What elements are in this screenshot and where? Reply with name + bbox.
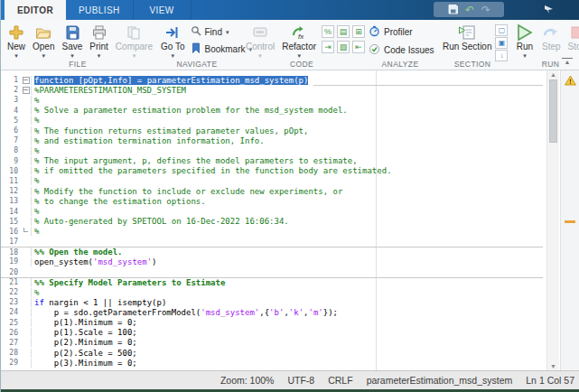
section-break-icon[interactable]: ▢ [495,24,508,36]
code-text[interactable]: open_system('msd_system') [31,257,543,266]
code-text[interactable]: % [31,116,543,125]
code-line[interactable]: 8% [1,145,543,155]
code-text[interactable]: p(1).Scale = 100; [31,328,543,337]
code-text[interactable]: % if omitted the parameters specified in… [31,166,543,175]
code-line[interactable]: 3% [1,95,543,105]
new-button[interactable]: New ▾ [4,23,29,60]
code-text[interactable]: p(2).Scale = 500; [31,349,543,358]
code-line[interactable]: 13% to change the estimation options. [1,196,543,206]
toolstrip-pointer-icon[interactable] [545,5,553,14]
code-text[interactable]: % and estimation termination information… [31,136,543,145]
code-line[interactable]: 20 [1,267,543,277]
save-button[interactable]: Save ▾ [58,23,86,60]
line-number[interactable]: 1 [1,76,21,84]
save-icon[interactable] [447,4,458,16]
redo-icon[interactable]: ↷ [481,5,490,15]
profiler-button[interactable]: Profiler [367,24,436,40]
line-number[interactable]: 25 [1,319,21,327]
code-text[interactable]: % [31,176,543,185]
open-button[interactable]: Open ▾ [29,23,58,60]
line-number[interactable]: 19 [1,257,21,266]
scroll-down-icon[interactable]: ▼ [547,363,559,369]
indent-right-icon[interactable]: ▧ [337,41,350,53]
indent-left-icon[interactable]: ⇤ [352,41,365,53]
line-number[interactable]: 5 [1,117,21,125]
line-number[interactable]: 17 [1,238,21,246]
code-text[interactable]: if nargin < 1 || isempty(p) [31,298,543,307]
line-number[interactable]: 12 [1,187,21,195]
code-line[interactable]: 12% Modify the function to include or ex… [1,186,543,196]
code-line[interactable]: 19open_system('msd_system') [1,257,543,266]
code-text[interactable]: % The function returns estimated paramet… [31,126,543,135]
warning-marker[interactable] [565,220,575,223]
run-section-button[interactable]: Run Section [439,23,495,53]
code-text[interactable]: % Auto-generated by SPETOOL on 16-Dec-20… [31,217,543,226]
line-number[interactable]: 29 [1,359,21,367]
line-number[interactable]: 7 [1,136,21,145]
uncomment-icon[interactable]: ⊞ [352,25,365,38]
code-line[interactable]: 7% and estimation termination informatio… [1,135,543,145]
code-line[interactable]: 28 p(2).Scale = 500; [1,348,543,358]
warning-icon[interactable] [565,73,576,89]
vertical-scrollbar[interactable]: ▲ ▼ [546,70,559,370]
code-line[interactable]: 14% [1,206,543,216]
line-number[interactable]: 18 [1,248,21,257]
fold-end-icon[interactable] [21,228,31,235]
run-button[interactable]: Run ▾ [511,23,538,60]
code-line[interactable]: 2–%PARAMETERESTIMATION_MSD_SYSTEM [1,85,543,95]
code-line[interactable]: 4% Solve a parameter estimation problem … [1,106,543,116]
fold-open-icon[interactable]: – [21,77,31,84]
goto-button[interactable]: Go To ▾ [157,23,189,60]
line-number[interactable]: 27 [1,339,21,347]
run-advance-icon[interactable]: ▣ [495,37,508,49]
line-number[interactable]: 21 [1,278,21,286]
collapse-toolstrip-icon[interactable]: ▲ [562,58,573,66]
code-line[interactable]: 9% The input argument, p, defines the mo… [1,156,543,166]
code-line[interactable]: 5% [1,116,543,126]
line-number[interactable]: 4 [1,107,21,115]
code-line[interactable]: 11% [1,176,543,186]
tab-view[interactable]: VIEW [134,0,191,20]
code-line[interactable]: 26 p(1).Scale = 100; [1,328,543,338]
control-button[interactable]: Control ▾ [242,23,278,60]
wrap-comments-icon[interactable]: ▤ [337,25,350,38]
step-button[interactable]: Step [538,23,565,53]
code-line[interactable]: 21%% Specify Model Parameters to Estimat… [1,277,543,287]
code-text[interactable]: % [31,146,543,155]
code-text[interactable]: function [pOpt,Info] = parameterEstimati… [31,76,543,85]
line-number[interactable]: 28 [1,349,21,357]
line-number[interactable]: 3 [1,96,21,104]
line-number[interactable]: 24 [1,308,21,316]
print-button[interactable]: Print ▾ [86,23,112,60]
undo-icon[interactable]: ↶ [465,5,474,15]
code-line[interactable]: 1–function [pOpt,Info] = parameterEstima… [1,75,543,85]
line-number[interactable]: 13 [1,197,21,205]
code-line[interactable]: 16% [1,227,543,237]
code-lines[interactable]: 1–function [pOpt,Info] = parameterEstima… [1,75,543,368]
smart-indent-icon[interactable]: ⇥ [322,41,334,53]
code-line[interactable]: 25 p(1).Minimum = 0; [1,318,543,328]
refactor-button[interactable]: fx Refactor ▾ [278,23,320,60]
code-line[interactable]: 24 p = sdo.getParameterFromModel('msd_sy… [1,307,543,317]
code-text[interactable]: %% Open the model. [31,247,543,257]
stop-button[interactable]: Stop [565,23,579,53]
line-number[interactable]: 9 [1,157,21,165]
scrollbar-thumb[interactable] [549,79,557,143]
line-number[interactable]: 26 [1,329,21,337]
code-text[interactable]: p = sdo.getParameterFromModel('msd_syste… [31,308,543,317]
line-number[interactable]: 23 [1,298,21,306]
code-line[interactable]: 22% [1,287,543,297]
tab-publish[interactable]: PUBLISH [66,0,134,20]
code-text[interactable]: % Modify the function to include or excl… [31,187,543,196]
code-text[interactable]: %% Specify Model Parameters to Estimate [31,278,543,287]
fold-open-icon[interactable]: – [21,87,31,94]
code-text[interactable]: %PARAMETERESTIMATION_MSD_SYSTEM [31,86,543,95]
code-text[interactable]: % [31,288,543,297]
comment-icon[interactable]: % [322,25,334,38]
code-line[interactable]: 27 p(2).Minimum = 0; [1,338,543,348]
code-text[interactable]: p(2).Minimum = 0; [31,338,543,347]
code-line[interactable]: 6% The function returns estimated parame… [1,126,543,135]
code-issues-button[interactable]: Code Issues [367,42,436,58]
line-number[interactable]: 16 [1,228,21,236]
line-number[interactable]: 15 [1,218,21,226]
